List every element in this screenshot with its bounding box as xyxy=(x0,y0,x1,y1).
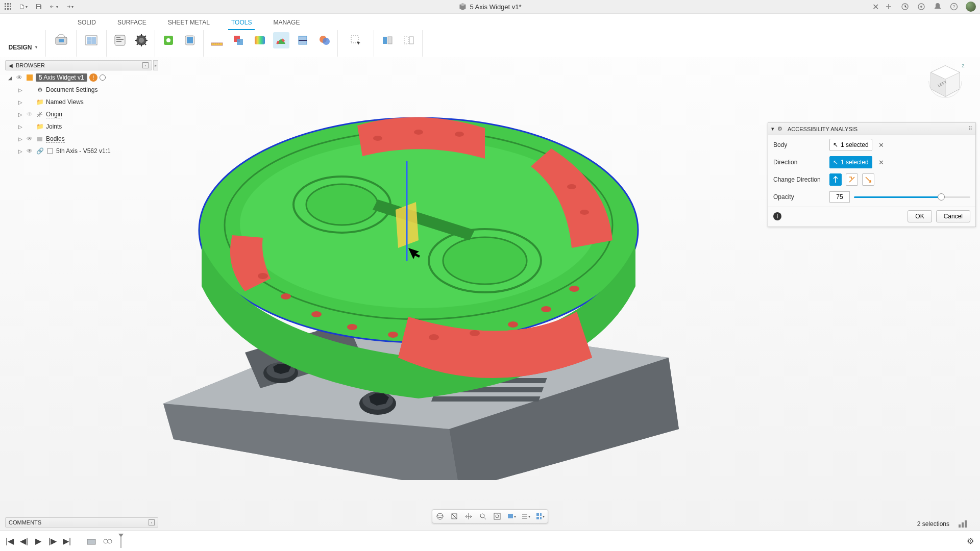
tab-manage[interactable]: MANAGE xyxy=(270,17,303,30)
tab-solid[interactable]: SOLID xyxy=(75,17,99,30)
new-tab-icon[interactable] xyxy=(884,2,893,11)
tree-item[interactable]: ▷ ⚙ Document Settings xyxy=(5,84,158,96)
notifications-icon[interactable] xyxy=(933,2,942,11)
help-icon[interactable]: ? xyxy=(949,2,959,11)
clear-direction-icon[interactable]: ✕ xyxy=(876,157,887,167)
svg-rect-94 xyxy=(47,148,53,154)
tab-surface[interactable]: SURFACE xyxy=(114,17,150,30)
pin-icon[interactable]: ◦ xyxy=(149,519,155,525)
visibility-icon[interactable]: 👁 xyxy=(15,74,23,81)
comments-panel-header[interactable]: COMMENTS ◦ xyxy=(5,517,158,528)
timeline-step-back-icon[interactable]: ◀| xyxy=(19,537,29,546)
curvature-icon[interactable] xyxy=(252,32,268,48)
info-icon[interactable]: i xyxy=(773,212,781,220)
timeline-end-icon[interactable]: ▶| xyxy=(62,537,71,546)
visibility-icon[interactable]: 👁 xyxy=(26,135,34,142)
nest-icon[interactable] xyxy=(83,32,100,48)
select-icon[interactable] xyxy=(348,32,364,48)
twisty-icon[interactable]: ▷ xyxy=(17,124,23,130)
grid-settings-icon[interactable] xyxy=(521,512,530,521)
opacity-input[interactable] xyxy=(829,191,850,203)
visibility-icon[interactable]: 👁 xyxy=(26,147,34,155)
pan-icon[interactable] xyxy=(464,512,473,521)
tree-item[interactable]: ▷ 📁 Joints xyxy=(5,120,158,133)
activate-radio[interactable] xyxy=(100,74,106,81)
tree-item[interactable]: ▷ 👁 🔗 5th Axis - V562 v1:1 xyxy=(5,145,158,157)
twisty-icon[interactable]: ▷ xyxy=(17,112,23,117)
direction-flip1-button[interactable] xyxy=(846,173,858,186)
tab-sheet-metal[interactable]: SHEET METAL xyxy=(165,17,213,30)
user-avatar[interactable] xyxy=(966,2,976,12)
document-tab[interactable]: 5 Axis Widget v1* xyxy=(458,3,521,11)
section-icon[interactable] xyxy=(295,32,311,48)
position2-icon[interactable] xyxy=(401,32,417,48)
timeline-start-icon[interactable]: |◀ xyxy=(5,537,14,546)
redo-icon[interactable] xyxy=(65,3,74,11)
drag-handle-icon[interactable]: ⠿ xyxy=(968,126,972,132)
panel-header[interactable]: ▾ ⚙ ACCESSIBILITY ANALYSIS ⠿ xyxy=(768,123,975,135)
close-tab-icon[interactable]: ✕ xyxy=(872,3,879,10)
direction-z-button[interactable] xyxy=(829,173,842,186)
svg-point-108 xyxy=(104,539,108,543)
tree-item[interactable]: ▷ 👁 Bodies xyxy=(5,133,158,145)
position1-icon[interactable] xyxy=(379,32,396,48)
twisty-icon[interactable]: ◢ xyxy=(7,75,13,81)
pin-icon[interactable]: ◦ xyxy=(142,62,149,68)
undo-icon[interactable] xyxy=(50,3,58,11)
print3d-icon[interactable] xyxy=(53,32,69,48)
timeline-settings-icon[interactable]: ⚙ xyxy=(966,537,975,546)
scripts-icon[interactable] xyxy=(112,32,128,48)
orbit-icon[interactable] xyxy=(435,512,445,521)
svg-line-99 xyxy=(484,517,486,519)
twisty-icon[interactable]: ▷ xyxy=(17,87,23,93)
warning-badge-icon[interactable]: ! xyxy=(89,73,97,82)
collapse-left-icon[interactable]: ◀ xyxy=(9,63,13,68)
expand-handle-icon[interactable]: ▸ xyxy=(153,60,158,70)
direction-flip2-button[interactable] xyxy=(862,173,874,186)
interference-icon[interactable] xyxy=(230,32,247,48)
file-new-icon[interactable] xyxy=(19,3,28,11)
accessibility-icon[interactable] xyxy=(273,32,289,48)
quick-access-toolbar xyxy=(4,3,74,11)
tree-item[interactable]: ▷ 👁 Origin xyxy=(5,108,158,120)
tab-tools[interactable]: TOOLS xyxy=(228,17,255,30)
svg-rect-8 xyxy=(10,8,11,10)
job-status-icon[interactable] xyxy=(917,2,926,11)
opacity-slider[interactable] xyxy=(854,192,970,202)
browser-title: BROWSER xyxy=(16,62,45,68)
viewport-layout-icon[interactable] xyxy=(535,512,545,521)
tree-root[interactable]: ◢ 👁 5 Axis Widget v1 ! xyxy=(5,71,158,84)
ok-button[interactable]: OK xyxy=(908,210,932,222)
twisty-icon[interactable]: ▷ xyxy=(17,148,23,154)
look-icon[interactable] xyxy=(450,512,459,521)
zoom-icon[interactable] xyxy=(478,512,487,521)
browser-header[interactable]: ◀ BROWSER ◦ xyxy=(5,60,152,70)
display-settings-icon[interactable] xyxy=(507,512,516,521)
twisty-icon[interactable]: ▷ xyxy=(17,99,23,105)
apps-grid-icon[interactable] xyxy=(4,3,12,11)
collapse-icon[interactable]: ▾ xyxy=(771,126,774,132)
visibility-off-icon[interactable]: 👁 xyxy=(26,111,34,118)
measure-icon[interactable] xyxy=(209,32,225,48)
direction-selector[interactable]: ↖ 1 selected xyxy=(829,156,872,168)
timeline-step-fwd-icon[interactable]: |▶ xyxy=(48,537,57,546)
save-icon[interactable] xyxy=(35,3,43,11)
feature-basebody-icon[interactable] xyxy=(86,536,97,547)
body-selector[interactable]: ↖ 1 selected xyxy=(829,139,872,151)
cancel-button[interactable]: Cancel xyxy=(936,210,970,222)
view-cube[interactable]: LEFT Z xyxy=(926,62,965,101)
twisty-icon[interactable]: ▷ xyxy=(17,136,23,142)
fit-icon[interactable] xyxy=(493,512,502,521)
extensions-icon[interactable] xyxy=(900,2,910,11)
tree-item[interactable]: ▷ 📁 Named Views xyxy=(5,96,158,108)
settings-gear-icon[interactable]: ⚙ xyxy=(777,126,785,133)
utility1-icon[interactable] xyxy=(160,32,177,48)
timeline-playhead[interactable] xyxy=(118,535,124,548)
utility2-icon[interactable] xyxy=(182,32,198,48)
store-icon[interactable] xyxy=(133,32,150,48)
feature-joint-icon[interactable] xyxy=(102,536,113,547)
signal-icon[interactable] xyxy=(959,520,967,528)
clear-body-icon[interactable]: ✕ xyxy=(876,140,887,150)
timeline-play-icon[interactable]: ▶ xyxy=(34,537,43,546)
color-icon[interactable] xyxy=(316,32,332,48)
